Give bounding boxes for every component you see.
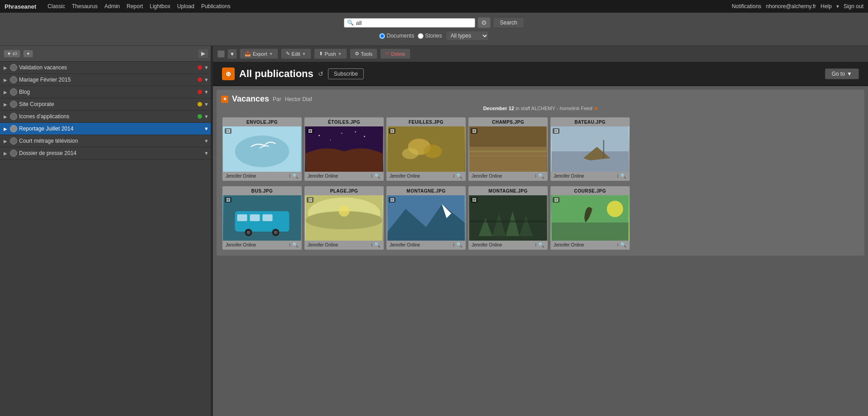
image-card-montagne1: MONTAGNE.JPG 🖼 Jennifer Online i (386, 186, 466, 250)
export-button[interactable]: 📤 Export ▼ (240, 48, 278, 59)
bird-svg (223, 126, 301, 172)
info-button[interactable]: i (535, 173, 536, 179)
svg-point-1 (235, 135, 289, 167)
arrow-icon: ▶ (4, 126, 7, 131)
image-filename: MONTAGNE.JPG (469, 187, 547, 195)
zoom-button[interactable]: 🔍 (456, 173, 463, 179)
dropdown-arrow: ▼ (204, 138, 209, 144)
checkbox-arrow-dropdown[interactable]: ▼ (227, 49, 237, 59)
sidebar-item-validation-vacances[interactable]: ▶ Validation vacances ▼ (0, 62, 212, 74)
sidebar-item-dossier[interactable]: ▶ Dossier de presse 2014 ▼ (0, 147, 212, 160)
svg-point-11 (402, 148, 419, 159)
sidebar-item-site-corporate[interactable]: ▶ Site Corporate ▼ (0, 98, 212, 111)
info-button[interactable]: i (453, 242, 454, 248)
image-type-icon: 🖼 (471, 128, 477, 134)
refresh-icon[interactable]: ↺ (318, 70, 323, 77)
image-actions: i 🔍 (617, 242, 627, 248)
zoom-button[interactable]: 🔍 (292, 242, 299, 248)
zoom-button[interactable]: 🔍 (620, 173, 627, 179)
sidebar-item-blog[interactable]: ▶ Blog ▼ (0, 86, 212, 98)
svg-rect-36 (552, 223, 629, 241)
item-icon (10, 88, 17, 96)
zoom-button[interactable]: 🔍 (374, 242, 381, 248)
select-all-checkbox[interactable] (217, 50, 225, 58)
info-button[interactable]: i (453, 173, 454, 179)
stories-radio[interactable] (418, 33, 424, 39)
signout-link[interactable]: Sign out (844, 3, 863, 10)
sidebar-icon-btn-2[interactable]: ✦ (23, 50, 33, 58)
subscribe-button[interactable]: Subscribe (328, 68, 364, 79)
info-button[interactable]: i (289, 173, 290, 179)
info-button[interactable]: i (289, 242, 290, 248)
svg-point-3 (318, 135, 320, 136)
nav-publications[interactable]: Publications (201, 3, 231, 10)
delete-button[interactable]: ✕ Delete (380, 48, 410, 59)
info-button[interactable]: i (371, 173, 372, 179)
goto-arrow: ▼ (847, 71, 852, 77)
documents-radio[interactable] (379, 33, 385, 39)
badge-green (198, 114, 202, 119)
zoom-button[interactable]: 🔍 (374, 173, 381, 179)
image-card-etoiles: ÉTOILES.JPG 🖼 (304, 117, 384, 181)
stories-filter[interactable]: Stories (418, 33, 442, 39)
nav-thesaurus[interactable]: Thesaurus (72, 3, 98, 10)
story-date-value: December 12 (483, 106, 514, 111)
export-arrow: ▼ (269, 52, 273, 56)
image-thumbnail: 🖼 (223, 195, 301, 241)
zoom-button[interactable]: 🔍 (620, 242, 627, 248)
image-thumbnail: 🖼 (551, 195, 629, 241)
item-icon (10, 150, 17, 157)
help-link[interactable]: Help (820, 3, 832, 10)
zoom-button[interactable]: 🔍 (292, 173, 299, 179)
item-icon (10, 113, 17, 120)
sidebar-item-reportage[interactable]: ▶ Reportage Juillet 2014 ▼ (0, 123, 212, 135)
tools-button[interactable]: ⚙ Tools (350, 48, 378, 59)
user-icon: ▼ 🏷 (7, 51, 17, 56)
nav-lightbox[interactable]: Lightbox (150, 3, 170, 10)
edit-arrow: ▼ (302, 52, 306, 56)
nav-admin[interactable]: Admin (104, 3, 120, 10)
boat-svg (551, 126, 629, 172)
type-select[interactable]: All types Images Videos Audio Documents (446, 31, 489, 41)
notifications-link[interactable]: Notifications (732, 3, 761, 10)
svg-rect-20 (235, 211, 289, 232)
info-button[interactable]: i (371, 242, 372, 248)
image-actions: i 🔍 (535, 173, 545, 179)
info-button[interactable]: i (617, 242, 618, 248)
sidebar-item-court-metrage[interactable]: ▶ Court métrage télévision ▼ (0, 135, 212, 147)
sidebar-label: Icones d'applications (19, 113, 196, 120)
svg-rect-23 (263, 214, 273, 221)
sidebar-expand-button[interactable]: ▶ (198, 48, 209, 58)
image-footer: Jennifer Online i 🔍 (387, 241, 465, 249)
zoom-button[interactable]: 🔍 (456, 242, 463, 248)
edit-button[interactable]: ✎ Edit ▼ (281, 48, 311, 59)
info-button[interactable]: i (617, 173, 618, 179)
search-button[interactable]: Search (493, 17, 524, 28)
zoom-button[interactable]: 🔍 (538, 173, 545, 179)
sidebar-item-icones[interactable]: ▶ Icones d'applications ▼ (0, 111, 212, 123)
search-input[interactable] (356, 19, 472, 26)
nav-classic[interactable]: Classic (48, 3, 65, 10)
story-section: ⊕ Vacances Par Hector Diaf December 12 i… (217, 90, 864, 256)
image-thumbnail: 🖼 (469, 195, 547, 241)
push-button[interactable]: ⬆ Push ▼ (314, 48, 347, 59)
sidebar-item-mariage[interactable]: ▶ Mariage Février 2015 ▼ (0, 74, 212, 86)
image-footer: Jennifer Online i 🔍 (469, 241, 547, 249)
search-input-wrapper: 🔍 (344, 18, 475, 28)
nav-report[interactable]: Report (126, 3, 143, 10)
info-button[interactable]: i (535, 242, 536, 248)
image-type-icon: 🖼 (389, 128, 395, 134)
nav-upload[interactable]: Upload (177, 3, 194, 10)
documents-filter[interactable]: Documents (379, 33, 414, 39)
image-filename: BUS.JPG (223, 187, 301, 195)
sidebar-icon-btn-1[interactable]: ▼ 🏷 (4, 50, 20, 58)
svg-point-7 (355, 131, 356, 132)
image-owner: Jennifer Online (390, 242, 420, 247)
star-icon: ✦ (26, 51, 30, 56)
image-card-champs: CHAMPS.JPG 🖼 Jennifer Online (468, 117, 548, 181)
zoom-button[interactable]: 🔍 (538, 242, 545, 248)
search-settings-button[interactable]: ⚙ (477, 17, 491, 28)
image-owner: Jennifer Online (226, 174, 256, 179)
goto-button[interactable]: Go to ▼ (825, 68, 859, 79)
sidebar-resize-handle[interactable] (211, 46, 212, 416)
